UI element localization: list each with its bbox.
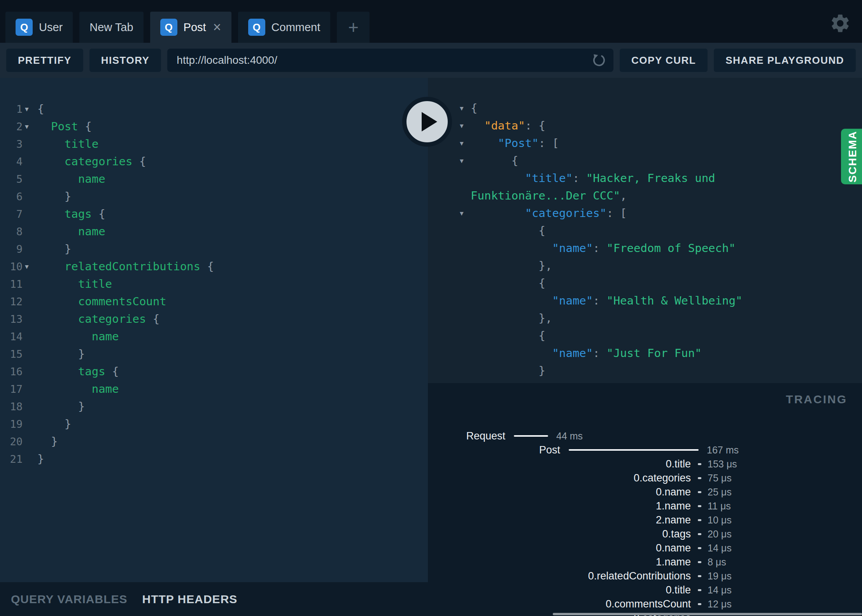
tracing-row: 0.categories75 μs <box>428 471 862 485</box>
fold-arrow-icon[interactable]: ▼ <box>460 117 464 135</box>
tab-bar: QUserNew TabQPost×QComment + <box>0 0 862 43</box>
tab-comment[interactable]: QComment <box>238 12 331 43</box>
schema-tab-button[interactable]: SCHEMA <box>841 129 862 184</box>
tab-post[interactable]: QPost× <box>150 12 231 43</box>
fold-arrow-icon[interactable]: ▼ <box>460 152 464 170</box>
line-number: 20 <box>0 433 23 450</box>
code-token: } <box>539 364 545 377</box>
line-number: 16 <box>0 363 23 380</box>
tracing-marker-dot <box>698 561 701 563</box>
query-line[interactable]: 4 categories { <box>0 153 428 170</box>
code-token: { <box>200 260 214 273</box>
fold-arrow-icon[interactable]: ▼ <box>25 258 29 275</box>
code-token: { <box>92 207 105 220</box>
response-line: ▼ "Post": [ <box>428 135 862 152</box>
query-line[interactable]: 18 } <box>0 398 428 415</box>
query-variables-tab[interactable]: QUERY VARIABLES <box>11 593 128 606</box>
tracing-marker-dot <box>698 589 701 591</box>
query-line[interactable]: 8 name <box>0 223 428 240</box>
code-token: title <box>78 277 112 290</box>
fold-arrow-icon[interactable]: ▼ <box>460 205 464 222</box>
code-token: "Just For Fun" <box>606 346 701 360</box>
fold-arrow-icon[interactable]: ▼ <box>460 135 464 152</box>
query-line[interactable]: 19 } <box>0 415 428 433</box>
query-code-text: commentsCount <box>37 293 428 310</box>
code-token: }, <box>539 259 552 272</box>
query-line[interactable]: 3 title <box>0 135 428 153</box>
tracing-row: 0.relatedContributions19 μs <box>428 569 862 583</box>
code-token: : <box>593 346 606 360</box>
query-line[interactable]: 7 tags { <box>0 205 428 223</box>
code-token: : [ <box>606 206 627 220</box>
code-token: { <box>539 224 545 237</box>
code-token: : { <box>525 119 545 132</box>
response-line: "name": "Health & Wellbeing" <box>428 292 862 310</box>
response-line: ] <box>428 380 862 383</box>
code-token: name <box>78 225 105 238</box>
tracing-span-label: 0.relatedContributions <box>428 569 691 583</box>
query-line[interactable]: 10▼ relatedContributions { <box>0 258 428 275</box>
tracing-row: 0.tags20 μs <box>428 527 862 541</box>
close-tab-icon[interactable]: × <box>213 20 221 34</box>
line-number: 5 <box>0 170 23 188</box>
line-number: 12 <box>0 293 23 310</box>
http-headers-tab[interactable]: HTTP HEADERS <box>142 593 238 606</box>
query-line[interactable]: 17 name <box>0 380 428 398</box>
query-line[interactable]: 14 name <box>0 328 428 345</box>
horizontal-scrollbar[interactable] <box>553 613 862 615</box>
execute-query-button[interactable] <box>402 97 452 147</box>
fold-arrow-icon[interactable]: ▼ <box>25 100 29 118</box>
copy-curl-button[interactable]: COPY CURL <box>620 49 708 72</box>
query-line[interactable]: 15 } <box>0 345 428 363</box>
toolbar: PRETTIFY HISTORY COPY CURL SHARE PLAYGRO… <box>0 43 862 78</box>
query-line[interactable]: 9 } <box>0 240 428 258</box>
query-code-text: name <box>37 170 428 188</box>
query-line[interactable]: 21} <box>0 450 428 468</box>
tracing-marker-dot <box>698 533 701 535</box>
code-token: { <box>471 102 477 115</box>
code-token: { <box>512 154 518 167</box>
share-playground-button[interactable]: SHARE PLAYGROUND <box>714 49 856 72</box>
tracing-duration-value: 11 μs <box>708 499 731 513</box>
tracing-span-label: 0.categories <box>428 471 691 485</box>
refresh-icon[interactable] <box>591 52 607 68</box>
add-tab-button[interactable]: + <box>337 12 370 43</box>
fold-arrow-icon[interactable]: ▼ <box>460 100 464 117</box>
endpoint-url-input[interactable] <box>167 54 613 66</box>
query-line[interactable]: 13 categories { <box>0 310 428 328</box>
code-token: , <box>620 189 627 202</box>
settings-gear-icon[interactable] <box>829 12 851 34</box>
query-line[interactable]: 6 } <box>0 188 428 205</box>
tracing-marker-dot <box>698 477 701 479</box>
code-token: "name" <box>552 242 593 255</box>
query-code-text: } <box>37 398 428 415</box>
code-token: { <box>78 120 92 133</box>
line-number: 18 <box>0 398 23 415</box>
query-line[interactable]: 1▼{ <box>0 100 428 118</box>
line-number: 1 <box>0 100 23 118</box>
query-line[interactable]: 5 name <box>0 170 428 188</box>
code-token: tags <box>65 207 92 220</box>
tab-user[interactable]: QUser <box>5 12 73 43</box>
tracing-marker-dot <box>698 463 701 465</box>
query-code-text: relatedContributions { <box>37 258 428 275</box>
code-token: } <box>51 435 58 448</box>
code-token: "Health & Wellbeing" <box>606 294 742 307</box>
code-token: Post <box>51 120 78 133</box>
query-line[interactable]: 20 } <box>0 433 428 450</box>
prettify-button[interactable]: PRETTIFY <box>6 49 83 72</box>
response-line: }, <box>428 310 862 327</box>
fold-arrow-icon[interactable]: ▼ <box>25 118 29 135</box>
response-viewer-lines: ▼{▼ "data": {▼ "Post": [▼ { "title": "Ha… <box>428 100 862 383</box>
code-token: } <box>78 400 85 413</box>
tracing-row: 0.title153 μs <box>428 457 862 471</box>
query-editor-pane[interactable]: 1▼{2▼ Post {3 title4 categories {5 name6… <box>0 78 428 582</box>
history-button[interactable]: HISTORY <box>89 49 161 72</box>
query-line[interactable]: 2▼ Post { <box>0 118 428 135</box>
query-type-badge: Q <box>248 19 265 36</box>
tab-new-tab[interactable]: New Tab <box>79 12 143 43</box>
query-line[interactable]: 11 title <box>0 275 428 293</box>
query-line[interactable]: 12 commentsCount <box>0 293 428 310</box>
query-line[interactable]: 16 tags { <box>0 363 428 380</box>
line-number: 11 <box>0 275 23 293</box>
